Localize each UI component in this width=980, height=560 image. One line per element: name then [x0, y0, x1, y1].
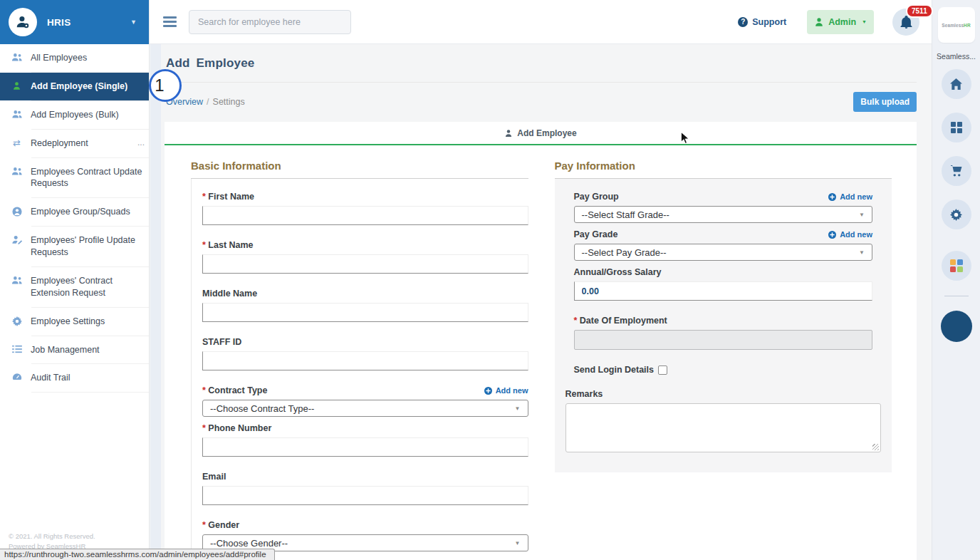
sidebar-item-contract-extension-request[interactable]: Employees' Contract Extension Request — [0, 267, 149, 307]
person-circle-icon — [11, 207, 23, 217]
annotation-marker-1: 1 — [149, 69, 182, 102]
modules-button[interactable] — [942, 113, 971, 142]
field-pay-grade: Pay Grade Add new --Select Pay Grade-- ▼ — [574, 229, 873, 261]
mouse-cursor — [680, 131, 691, 148]
ellipsis: ... — [137, 138, 145, 149]
section-heading: Pay Information — [555, 160, 892, 179]
field-date-of-employment: Date Of Employment — [574, 316, 873, 350]
field-label: Middle Name — [202, 289, 257, 299]
send-login-details-checkbox[interactable] — [658, 365, 667, 375]
apps-button[interactable] — [942, 251, 971, 281]
sidebar-item-employee-group-squads[interactable]: Employee Group/Squads — [0, 198, 149, 226]
sidebar-item-contract-update-requests[interactable]: Employees Contract Update Requests — [0, 158, 149, 198]
sidebar-header[interactable]: HRIS ▼ — [0, 0, 149, 44]
menu-toggle-icon[interactable] — [163, 16, 177, 27]
home-button[interactable] — [942, 69, 971, 99]
admin-menu-button[interactable]: Admin ▼ — [807, 10, 874, 34]
breadcrumb: Overview/Settings — [165, 97, 245, 107]
app: HRIS ▼ All Employees Add Employee (Singl… — [0, 0, 980, 560]
field-first-name: First Name — [202, 192, 528, 225]
settings-button[interactable] — [942, 199, 971, 229]
user-avatar[interactable] — [941, 311, 972, 342]
sidebar-item-profile-update-requests[interactable]: Employees' Profile Update Requests — [0, 227, 149, 266]
date-of-employment-input[interactable] — [574, 330, 873, 350]
contract-type-select[interactable]: --Choose Contract Type-- ▼ — [202, 400, 528, 417]
plus-circle-icon — [484, 387, 492, 395]
add-new-contract-type-link[interactable]: Add new — [484, 386, 528, 395]
sidebar-item-all-employees[interactable]: All Employees — [0, 44, 149, 72]
search-input[interactable] — [189, 10, 351, 34]
add-employee-card: Add Employee Basic Information First Nam… — [165, 122, 917, 560]
sidebar-item-add-employee-single[interactable]: Add Employee (Single) — [0, 73, 149, 100]
section-heading: Basic Information — [191, 160, 528, 179]
field-gender: Gender --Choose Gender-- ▼ — [202, 520, 528, 551]
seamlesshr-logo[interactable]: SeamlessHR — [938, 7, 975, 43]
middle-name-input[interactable] — [202, 303, 528, 322]
staff-id-input[interactable] — [202, 351, 528, 370]
email-input[interactable] — [202, 486, 528, 505]
swap-arrows-icon: ⇄ — [11, 138, 23, 147]
content: Add Employee Overview/Settings Bulk uplo… — [150, 44, 932, 560]
person-icon — [504, 129, 513, 138]
form-area: Basic Information First Name Last Name — [165, 145, 917, 560]
chevron-down-icon: ▼ — [515, 405, 521, 412]
field-last-name: Last Name — [202, 240, 528, 274]
gear-icon — [11, 316, 23, 326]
remarks-textarea[interactable] — [565, 403, 882, 452]
field-label: Contract Type — [202, 385, 267, 395]
pay-information-section: Pay Information Pay Group Add new — [555, 160, 892, 560]
divider — [31, 392, 149, 393]
chevron-down-icon: ▼ — [862, 19, 867, 24]
person-edit-icon — [11, 235, 23, 244]
field-label: Annual/Gross Salary — [574, 267, 662, 277]
gauge-icon — [11, 373, 23, 380]
chevron-down-icon: ▼ — [515, 540, 521, 546]
plus-circle-icon — [828, 193, 836, 201]
last-name-input[interactable] — [202, 254, 528, 274]
bulk-upload-button[interactable]: Bulk upload — [853, 92, 917, 112]
app-rail: SeamlessHR Seamless... — [932, 0, 980, 560]
main-area: ? Support Admin ▼ 7511 Add Employee — [150, 0, 932, 560]
question-circle-icon: ? — [738, 17, 748, 27]
field-label: Last Name — [202, 240, 254, 250]
pay-information-fields: Pay Group Add new --Select Staff Grade--… — [555, 179, 892, 472]
field-label: Remarks — [565, 389, 603, 399]
first-name-input[interactable] — [202, 206, 528, 225]
sidebar-menu: All Employees Add Employee (Single) Add … — [0, 44, 149, 532]
sidebar: HRIS ▼ All Employees Add Employee (Singl… — [0, 0, 150, 560]
pay-grade-select[interactable]: --Select Pay Grade-- ▼ — [574, 244, 873, 261]
support-link[interactable]: ? Support — [738, 17, 786, 27]
field-remarks: Remarks — [565, 389, 882, 452]
content-scrollbar[interactable] — [150, 44, 161, 560]
phone-number-input[interactable] — [202, 437, 528, 457]
field-email: Email — [202, 472, 528, 505]
cart-icon — [950, 165, 962, 177]
home-icon — [950, 78, 962, 90]
sidebar-item-job-management[interactable]: Job Management — [0, 336, 149, 364]
marketplace-button[interactable] — [942, 156, 971, 186]
status-url-bar: https://runthrough-two.seamlesshrms.com/… — [0, 549, 275, 560]
sidebar-item-redeployment[interactable]: ⇄ Redeployment ... — [0, 130, 149, 157]
sidebar-item-employee-settings[interactable]: Employee Settings — [0, 308, 149, 336]
notification-badge: 7511 — [906, 4, 933, 18]
page-header: Add Employee — [165, 44, 917, 83]
copyright-text: © 2021. All Rights Reserved. — [9, 532, 149, 541]
sidebar-item-add-employees-bulk[interactable]: Add Employees (Bulk) — [0, 101, 149, 129]
plus-circle-icon — [828, 231, 836, 239]
add-new-pay-group-link[interactable]: Add new — [828, 192, 872, 201]
people-icon — [11, 167, 23, 176]
annual-gross-salary-input[interactable] — [574, 281, 873, 301]
page-title: Add Employee — [166, 56, 915, 71]
rail-app-name: Seamless... — [937, 52, 976, 61]
tab-add-employee[interactable]: Add Employee — [165, 122, 917, 145]
pay-group-select[interactable]: --Select Staff Grade-- ▼ — [574, 206, 873, 223]
field-label: Send Login Details — [574, 365, 655, 375]
breadcrumb-settings: Settings — [213, 97, 245, 107]
chevron-down-icon: ▼ — [859, 249, 865, 256]
notifications-button[interactable]: 7511 — [892, 9, 919, 36]
person-icon — [814, 17, 824, 27]
list-icon — [11, 345, 23, 353]
add-new-pay-grade-link[interactable]: Add new — [828, 230, 872, 239]
sidebar-item-audit-trail[interactable]: Audit Trail — [0, 364, 149, 392]
apps-color-icon — [950, 259, 963, 272]
